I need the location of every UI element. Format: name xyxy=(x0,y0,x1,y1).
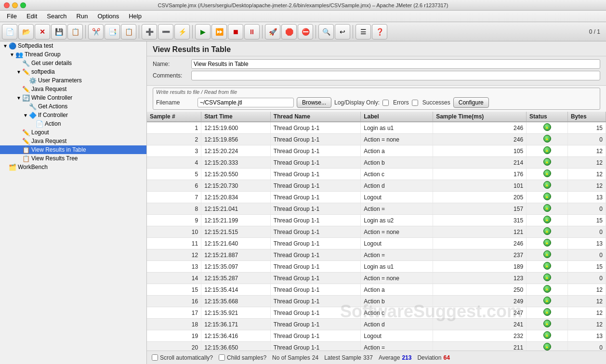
menu-edit[interactable]: Edit xyxy=(22,12,42,21)
sidebar-item-softpedia-test[interactable]: ▼ 🔵 Softpedia test xyxy=(0,41,146,50)
window-controls[interactable] xyxy=(4,2,26,8)
toolbar-run[interactable]: ▶ xyxy=(195,24,211,39)
node-icon: 🔄 xyxy=(22,94,30,102)
cell-sample: 8 xyxy=(147,203,201,215)
footer: Scroll automatically? Child samples? No … xyxy=(147,351,606,364)
table-row[interactable]: 8 12:15:21.041 Thread Group 1-1 Action =… xyxy=(147,203,606,215)
sidebar-item-user-parameters[interactable]: ⚙️ User Parameters xyxy=(0,76,146,85)
toolbar-cut[interactable]: ✂️ xyxy=(88,24,104,39)
table-row[interactable]: 11 12:15:21.640 Thread Group 1-1 Logout … xyxy=(147,238,606,249)
toolbar-search[interactable]: 🔍 xyxy=(318,24,334,39)
toolbar-remote-start[interactable]: 🚀 xyxy=(265,24,280,39)
table-row[interactable]: 2 12:15:19.856 Thread Group 1-1 Action =… xyxy=(147,134,606,145)
status-icon xyxy=(543,227,551,235)
browse-button[interactable]: Browse... xyxy=(297,97,331,108)
table-row[interactable]: 16 12:15:35.668 Thread Group 1-1 Action … xyxy=(147,296,606,307)
sidebar-item-get-user-details[interactable]: 🔧 Get user details xyxy=(0,59,146,67)
toolbar-new[interactable]: 📄 xyxy=(2,24,17,39)
errors-checkbox[interactable] xyxy=(382,100,389,106)
table-row[interactable]: 14 12:15:35.287 Thread Group 1-1 Action … xyxy=(147,273,606,284)
toolbar-undo[interactable]: ↩ xyxy=(335,24,350,39)
cell-sample: 18 xyxy=(147,319,201,330)
sidebar-item-action[interactable]: 📄 Action xyxy=(0,119,146,128)
toolbar-clear[interactable]: ⚡ xyxy=(174,24,190,39)
toolbar-copy[interactable]: 📑 xyxy=(105,24,120,39)
comments-input[interactable] xyxy=(191,71,600,80)
cell-thread-name: Thread Group 1-1 xyxy=(270,307,360,319)
results-table: Sample # Start Time Thread Name Label Sa… xyxy=(147,112,606,351)
sidebar-item-thread-group[interactable]: ▼ 👥 Thread Group xyxy=(0,50,146,59)
toolbar-save[interactable]: 💾 xyxy=(51,24,66,39)
table-row[interactable]: 7 12:15:20.834 Thread Group 1-1 Logout 2… xyxy=(147,192,606,203)
table-row[interactable]: 20 12:15:36.650 Thread Group 1-1 Action … xyxy=(147,342,606,351)
table-row[interactable]: 10 12:15:21.515 Thread Group 1-1 Action … xyxy=(147,226,606,238)
successes-checkbox[interactable] xyxy=(412,100,418,106)
cell-bytes: 12 xyxy=(567,180,606,192)
menu-file[interactable]: File xyxy=(2,12,22,21)
filename-label: Filename xyxy=(156,99,195,106)
table-row[interactable]: 3 12:15:20.224 Thread Group 1-1 Action a… xyxy=(147,145,606,157)
toolbar-close[interactable]: ✕ xyxy=(35,24,50,39)
toolbar-run-no-pause[interactable]: ⏩ xyxy=(211,24,227,39)
menu-run[interactable]: Run xyxy=(72,12,93,21)
col-bytes: Bytes xyxy=(567,112,606,122)
table-row[interactable]: 19 12:15:36.416 Thread Group 1-1 Logout … xyxy=(147,330,606,342)
toolbar-stop[interactable]: ⏹ xyxy=(228,24,243,39)
cell-status xyxy=(527,319,568,330)
close-button[interactable] xyxy=(4,2,10,8)
toolbar-add[interactable]: ➕ xyxy=(142,24,157,39)
table-row[interactable]: 18 12:15:36.171 Thread Group 1-1 Action … xyxy=(147,319,606,330)
sidebar-item-if-controller[interactable]: ▼ 🔷 If Controller xyxy=(0,111,146,119)
name-input[interactable] xyxy=(191,59,600,69)
table-row[interactable]: 13 12:15:35.097 Thread Group 1-1 Login a… xyxy=(147,261,606,273)
latest-sample-item: Latest Sample 337 xyxy=(324,354,373,361)
toolbar-paste[interactable]: 📋 xyxy=(121,24,136,39)
toolbar-counter: 0 / 1 xyxy=(589,28,604,35)
menu-search[interactable]: Search xyxy=(42,12,71,21)
menu-options[interactable]: Options xyxy=(92,12,124,21)
table-row[interactable]: 4 12:15:20.333 Thread Group 1-1 Action b… xyxy=(147,157,606,169)
table-row[interactable]: 15 12:15:35.414 Thread Group 1-1 Action … xyxy=(147,284,606,296)
sidebar-item-view-results-tree[interactable]: 📋 View Results Tree xyxy=(0,154,146,163)
toolbar-remote-stop[interactable]: 🛑 xyxy=(281,24,297,39)
child-samples-checkbox[interactable] xyxy=(219,354,225,361)
toolbar-remote-shutdown[interactable]: ⛔ xyxy=(298,24,313,39)
sidebar-item-java-request-1[interactable]: ✏️ Java Request xyxy=(0,85,146,93)
maximize-button[interactable] xyxy=(20,2,26,8)
menu-help[interactable]: Help xyxy=(124,12,146,21)
toolbar-templates[interactable]: ☰ xyxy=(356,24,371,39)
sidebar-item-logout[interactable]: ✏️ Logout xyxy=(0,128,146,137)
filename-input[interactable] xyxy=(198,98,294,107)
table-row[interactable]: 17 12:15:35.921 Thread Group 1-1 Action … xyxy=(147,307,606,319)
average-item: Average 213 xyxy=(379,354,412,361)
sidebar-item-view-results-in-table[interactable]: 📋 View Results in Table xyxy=(0,145,146,154)
status-icon xyxy=(543,204,551,212)
toolbar-remove[interactable]: ➖ xyxy=(158,24,173,39)
toolbar-saveas[interactable]: 📋 xyxy=(67,24,83,39)
scroll-auto-checkbox[interactable] xyxy=(152,354,158,361)
toolbar-open[interactable]: 📂 xyxy=(18,24,34,39)
table-row[interactable]: 9 12:15:21.199 Thread Group 1-1 Login as… xyxy=(147,215,606,226)
toggle-icon xyxy=(15,147,22,153)
sidebar-item-java-request-2[interactable]: ✏️ Java Request xyxy=(0,137,146,145)
table-row[interactable]: 12 12:15:21.887 Thread Group 1-1 Action … xyxy=(147,249,606,261)
toolbar-shutdown[interactable]: ⏸ xyxy=(244,24,260,39)
cell-label: Action c xyxy=(361,169,433,180)
table-row[interactable]: 5 12:15:20.550 Thread Group 1-1 Action c… xyxy=(147,169,606,180)
sidebar-item-while-controller[interactable]: ▼ 🔄 While Controller xyxy=(0,93,146,102)
toolbar-help[interactable]: ❓ xyxy=(372,24,387,39)
sidebar-item-get-actions[interactable]: 🔧 Get Actions xyxy=(0,102,146,111)
cell-thread-name: Thread Group 1-1 xyxy=(270,342,360,351)
cell-sample: 2 xyxy=(147,134,201,145)
table-row[interactable]: 1 12:15:19.600 Thread Group 1-1 Login as… xyxy=(147,122,606,134)
toggle-icon xyxy=(15,87,22,92)
node-icon: 📄 xyxy=(36,120,43,128)
configure-button[interactable]: Configure xyxy=(453,97,489,108)
minimize-button[interactable] xyxy=(12,2,18,8)
sidebar-item-workbench[interactable]: 🗂️ WorkBench xyxy=(0,163,146,171)
toggle-icon: ▼ xyxy=(2,43,9,49)
table-row[interactable]: 6 12:15:20.730 Thread Group 1-1 Action d… xyxy=(147,180,606,192)
sidebar-item-softpedia[interactable]: ▼ ✏️ softpedia xyxy=(0,67,146,76)
content-area: View Results in Table Name: Comments: Wr… xyxy=(147,41,606,364)
sidebar-label: Java Request xyxy=(31,86,66,92)
